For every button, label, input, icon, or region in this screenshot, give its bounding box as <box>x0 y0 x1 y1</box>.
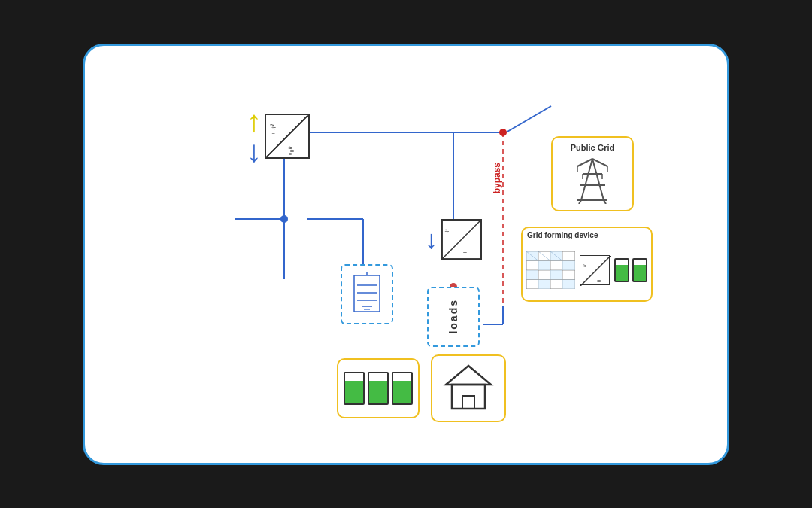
large-battery-fill-1 <box>345 381 363 403</box>
svg-line-26 <box>592 159 604 200</box>
large-battery-yellow-box <box>337 358 420 418</box>
house-yellow-box <box>431 354 506 422</box>
public-grid-box: Public Grid <box>551 136 634 211</box>
loads-label: loads <box>447 299 459 334</box>
diagram-area: ↑ ↓ ≈ = ≈ = ~ = <box>85 46 727 463</box>
bidirectional-arrows: ↑ ↓ <box>247 106 262 166</box>
svg-point-12 <box>499 129 507 136</box>
battery-unit-2 <box>632 258 647 282</box>
large-battery-fill-3 <box>393 381 411 403</box>
main-diagram-card: ↑ ↓ ≈ = ≈ = ~ = <box>83 44 729 465</box>
svg-rect-49 <box>526 270 538 280</box>
svg-rect-46 <box>538 260 550 270</box>
svg-rect-72 <box>462 396 474 409</box>
down-arrow-2: ↓ <box>425 227 438 252</box>
svg-text:=: = <box>463 249 467 257</box>
main-converter-group: ↑ ↓ ≈ = ≈ = ~ = <box>247 106 310 166</box>
power-tower-icon <box>566 155 619 204</box>
svg-rect-50 <box>538 279 550 289</box>
battery-fill-1 <box>616 265 628 281</box>
large-battery-unit-2 <box>368 372 389 405</box>
second-converter-symbol: ≈ = <box>441 219 482 260</box>
large-battery-fill-2 <box>369 381 387 403</box>
battery-unit-1 <box>614 258 629 282</box>
svg-text:≈: ≈ <box>445 226 450 234</box>
gfd-contents: ≈ = <box>526 251 647 289</box>
svg-line-56 <box>580 256 611 286</box>
svg-text:=: = <box>271 131 274 138</box>
svg-rect-51 <box>550 270 562 280</box>
svg-text:=: = <box>597 277 601 284</box>
battery-symbol <box>348 272 386 317</box>
loads-dashed-box: loads <box>427 287 480 347</box>
svg-rect-48 <box>562 260 575 270</box>
gfd-battery-icon <box>614 258 647 282</box>
grid-forming-device-box: Grid forming device <box>521 227 653 302</box>
svg-line-25 <box>581 159 592 200</box>
down-arrow: ↓ <box>247 136 262 166</box>
house-icon <box>442 362 495 415</box>
svg-text:~: ~ <box>270 120 275 129</box>
large-battery-unit-3 <box>392 372 413 405</box>
grid-forming-device-label: Grid forming device <box>527 231 598 239</box>
up-arrow: ↑ <box>247 106 262 136</box>
bypass-label: bypass <box>492 163 502 193</box>
second-converter-group: ↓ ≈ = <box>425 219 482 260</box>
svg-text:=: = <box>290 147 294 154</box>
main-converter-symbol: ≈ = ≈ = ~ = <box>265 114 310 159</box>
public-grid-label: Public Grid <box>571 143 615 152</box>
large-battery-unit-1 <box>344 372 365 405</box>
gfd-converter-symbol: ≈ = <box>580 255 610 285</box>
svg-rect-52 <box>562 279 575 289</box>
svg-point-8 <box>280 215 288 223</box>
svg-text:≈: ≈ <box>583 262 586 269</box>
svg-line-2 <box>506 106 551 132</box>
large-battery-icon <box>344 372 413 405</box>
battery-dashed-box <box>341 264 393 324</box>
svg-marker-70 <box>446 366 491 385</box>
battery-fill-2 <box>634 265 646 281</box>
solar-panel-icon <box>526 251 575 289</box>
